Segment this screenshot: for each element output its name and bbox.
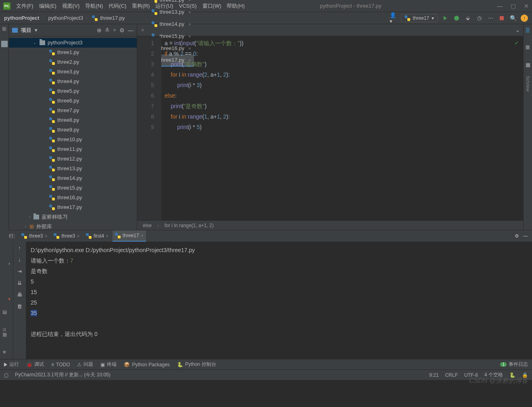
tree-file[interactable]: three13.py (9, 164, 137, 173)
line-separator[interactable]: CRLF (445, 372, 458, 378)
crumb-0[interactable]: pythonProject (4, 15, 39, 21)
run-tab[interactable]: three3× (19, 230, 50, 242)
bottom-packages[interactable]: 📦Python Packages (124, 362, 169, 367)
close-icon[interactable]: × (188, 22, 191, 27)
folder-icon[interactable] (1, 41, 8, 47)
run-tab[interactable]: first4× (83, 230, 111, 242)
scroll-icon[interactable]: ⇊ (17, 280, 22, 286)
tree-file[interactable]: three4.py (9, 77, 137, 86)
console-output[interactable]: D:\python\python.exe D:/pythonProject/py… (26, 242, 532, 359)
rail-sciview[interactable]: SciView (526, 76, 530, 92)
tree-folder-2[interactable]: › 蓝桥杯练习 (9, 212, 137, 222)
tree-file[interactable]: three3.py (9, 67, 137, 77)
tree-file[interactable]: three1.py (9, 48, 137, 57)
run-tab[interactable]: three17× (113, 230, 146, 242)
tree-file[interactable]: three15.py (9, 183, 137, 193)
bottom-eventlog[interactable]: 1事件日志 (500, 361, 528, 368)
structure-icon[interactable]: ⧈ (3, 326, 6, 333)
chevron-down-icon[interactable]: ⌄ (512, 27, 523, 33)
close-icon[interactable]: × (141, 234, 144, 238)
crumb-2[interactable]: three17.py (100, 15, 125, 21)
code-area[interactable]: a = int(input("请输入一个数："))if a % 2 == 0: … (161, 36, 523, 220)
tree-file[interactable]: three8.py (9, 115, 137, 125)
tree-file[interactable]: three7.py (9, 106, 137, 115)
menu-code[interactable]: 代码(C) (108, 2, 126, 10)
gear-icon[interactable]: ⚙ (515, 233, 519, 239)
editor-tab[interactable]: three13.py× (148, 6, 194, 18)
print-icon[interactable]: 🖶 (17, 292, 22, 298)
close-icon[interactable]: × (188, 10, 191, 15)
crumb-scope-0[interactable]: else (143, 223, 152, 228)
down-icon[interactable]: ↓ (18, 257, 21, 263)
tree-file[interactable]: three12.py (9, 154, 137, 164)
menu-refactor[interactable]: 重构(R) (132, 2, 150, 10)
close-icon[interactable]: × (188, 0, 191, 2)
bottom-debug[interactable]: 🐞调试 (26, 361, 44, 368)
crumb-1[interactable]: pythonProject3 (48, 15, 83, 21)
tree-file[interactable]: three2.py (9, 57, 137, 67)
hide-icon[interactable]: — (523, 233, 528, 239)
wrap-icon[interactable]: ⇥ (17, 268, 22, 274)
project-tree[interactable]: ⌄ pythonProject3 three1.pythree2.pythree… (9, 36, 137, 230)
run-tab[interactable]: three3× (51, 230, 82, 242)
search-icon[interactable]: 🔍 (509, 15, 517, 22)
tree-file[interactable]: three16.py (9, 193, 137, 202)
coverage-button[interactable]: ⬙ (464, 15, 471, 22)
encoding[interactable]: UTF-8 (464, 372, 478, 378)
run-button[interactable] (442, 15, 449, 22)
close-icon[interactable]: × (45, 234, 47, 238)
bottom-todo[interactable]: ≡TODO (51, 362, 70, 367)
tree-external-libs[interactable]: › ⊞ 外部库 (9, 222, 137, 230)
bottom-problems[interactable]: ⚠问题 (77, 361, 93, 368)
trash-icon[interactable]: 🗑 (17, 303, 22, 309)
editor-body[interactable]: 123456789 a = int(input("请输入一个数："))if a … (137, 36, 523, 220)
close-button[interactable]: ✕ (524, 3, 529, 9)
tool-window-icon[interactable]: ▢ (4, 372, 8, 378)
menu-edit[interactable]: 编辑(E) (39, 2, 56, 10)
chevron-down-icon[interactable]: ▾ (35, 27, 38, 33)
crumb-scope-1[interactable]: for i in range(1, a+1, 2) (165, 223, 214, 228)
bottom-console[interactable]: 🐍Python 控制台 (177, 361, 216, 368)
editor-tab[interactable]: three14.py× (148, 18, 194, 30)
attach-button[interactable]: ⋯ (487, 15, 494, 22)
run-config-selector[interactable]: three17 ▾ (401, 14, 438, 22)
update-icon[interactable]: ↑ (521, 15, 528, 22)
inspection-ok-icon[interactable]: ✓ (514, 40, 519, 46)
tree-file[interactable]: three9.py (9, 125, 137, 135)
sciview-icon[interactable]: ▦ (526, 62, 530, 68)
close-icon[interactable]: × (106, 234, 108, 238)
cursor-position[interactable]: 9:21 (429, 372, 438, 378)
tree-folder-root[interactable]: ⌄ pythonProject3 (9, 38, 137, 48)
stop-button[interactable] (498, 15, 505, 22)
tree-file[interactable]: three14.py (9, 173, 137, 183)
editor-tab[interactable]: three12.py× (148, 0, 194, 6)
tree-file[interactable]: three17.py (9, 202, 137, 212)
menu-file[interactable]: 文件(F) (16, 2, 33, 10)
user-icon[interactable]: 👤▾ (390, 15, 397, 22)
bottom-terminal[interactable]: ▣终端 (100, 361, 117, 368)
status-message[interactable]: PyCharm2021.3.1可用 // 更新... (今天 10:05) (15, 372, 111, 378)
tree-file[interactable]: three10.py (9, 135, 137, 144)
tree-file[interactable]: three6.py (9, 96, 137, 106)
debug-button[interactable] (453, 15, 460, 22)
profile-button[interactable]: ◷ (476, 15, 483, 22)
bottom-run[interactable]: 运行 (4, 361, 19, 368)
lock-icon[interactable] (522, 372, 528, 378)
tab-close-prev[interactable]: × (137, 27, 148, 33)
star-icon[interactable]: ★ (2, 349, 7, 355)
interpreter[interactable]: 🐍 (509, 372, 515, 378)
expand-icon[interactable]: ≛ (105, 27, 110, 33)
maximize-button[interactable]: ▢ (511, 3, 516, 9)
tree-file[interactable]: three11.py (9, 144, 137, 154)
close-icon[interactable]: × (77, 234, 79, 238)
indent[interactable]: 4 个空格 (484, 372, 503, 378)
menu-view[interactable]: 视图(V) (62, 2, 79, 10)
minimize-button[interactable]: — (497, 3, 503, 9)
hide-icon[interactable]: — (128, 27, 134, 33)
gear-icon[interactable]: ⚙ (119, 27, 125, 33)
collapse-icon[interactable]: ÷ (113, 27, 116, 33)
tree-file[interactable]: three5.py (9, 86, 137, 96)
locate-icon[interactable]: ⊕ (97, 27, 102, 33)
menu-navigate[interactable]: 导航(N) (85, 2, 103, 10)
up-icon[interactable]: ↑ (18, 245, 21, 251)
